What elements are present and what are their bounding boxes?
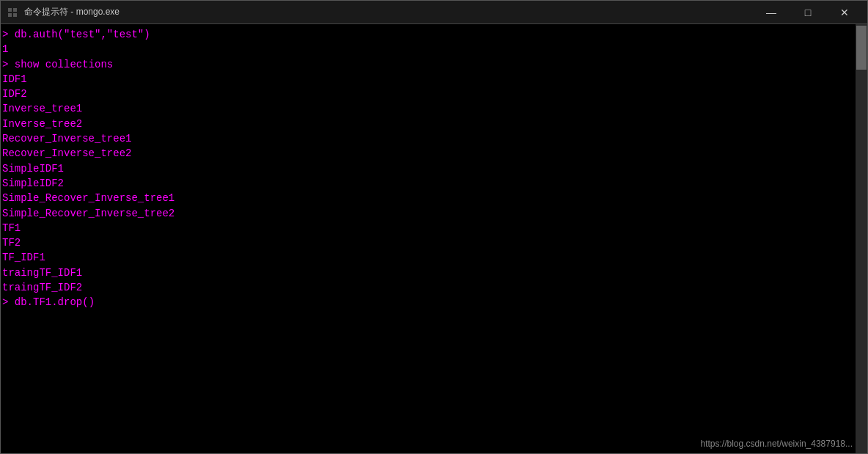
output-text: Simple_Recover_Inverse_tree1	[2, 191, 174, 205]
terminal-line: Simple_Recover_Inverse_tree2	[2, 206, 853, 221]
watermark: https://blog.csdn.net/weixin_4387918...	[701, 439, 853, 449]
maximize-button[interactable]: □	[791, 2, 825, 23]
output-text: Recover_Inverse_tree2	[2, 146, 131, 161]
terminal-line: TF1	[2, 221, 853, 235]
terminal-line: SimpleIDF2	[2, 176, 853, 191]
output-text: Simple_Recover_Inverse_tree2	[2, 206, 174, 221]
terminal-line: TF2	[2, 235, 853, 250]
terminal-line: traingTF_IDF2	[2, 280, 853, 295]
terminal-window: 命令提示符 - mongo.exe — □ ✕ > db.auth("test"…	[0, 0, 868, 454]
terminal-line: SimpleIDF1	[2, 161, 853, 176]
output-text: SimpleIDF2	[2, 176, 64, 191]
terminal-line: IDF2	[2, 87, 853, 101]
terminal-line: IDF1	[2, 72, 853, 87]
terminal-line: Inverse_tree1	[2, 101, 853, 116]
command-text: db.auth("test","test")	[15, 27, 150, 42]
prompt-symbol: >	[2, 27, 15, 42]
title-bar-left: 命令提示符 - mongo.exe	[7, 6, 119, 18]
terminal-line: TF_IDF1	[2, 250, 853, 265]
output-text: Inverse_tree1	[2, 101, 82, 116]
terminal-line: > show collections	[2, 57, 853, 72]
output-text: SimpleIDF1	[2, 161, 64, 176]
scrollbar-thumb[interactable]	[856, 26, 867, 70]
terminal-line: Simple_Recover_Inverse_tree1	[2, 191, 853, 205]
output-text: 1	[2, 42, 8, 56]
terminal-line: traingTF_IDF1	[2, 266, 853, 280]
output-text: Recover_Inverse_tree1	[2, 131, 131, 146]
output-text: Inverse_tree2	[2, 117, 82, 131]
svg-rect-1	[13, 8, 17, 12]
output-text: traingTF_IDF2	[2, 280, 82, 295]
output-text: IDF1	[2, 72, 27, 87]
title-bar: 命令提示符 - mongo.exe — □ ✕	[1, 1, 867, 24]
scrollbar[interactable]	[856, 24, 867, 453]
terminal-line: Recover_Inverse_tree2	[2, 146, 853, 161]
output-text: TF_IDF1	[2, 250, 45, 265]
terminal-line: > db.auth("test","test")	[2, 27, 853, 42]
svg-rect-2	[8, 13, 12, 17]
command-text: show collections	[15, 57, 113, 72]
output-text: IDF2	[2, 87, 27, 101]
svg-rect-3	[13, 13, 17, 17]
window-title: 命令提示符 - mongo.exe	[24, 6, 119, 18]
output-text: TF2	[2, 235, 21, 250]
terminal-line: 1	[2, 42, 853, 56]
output-text: traingTF_IDF1	[2, 266, 82, 280]
prompt-symbol: >	[2, 57, 15, 72]
window-controls: — □ ✕	[754, 2, 861, 23]
minimize-button[interactable]: —	[754, 2, 788, 23]
output-text: TF1	[2, 221, 21, 235]
terminal-line: > db.TF1.drop()	[2, 295, 853, 310]
terminal-content[interactable]: > db.auth("test","test")1> show collecti…	[1, 24, 856, 453]
close-button[interactable]: ✕	[828, 2, 861, 23]
terminal-line: Recover_Inverse_tree1	[2, 131, 853, 146]
prompt-symbol: >	[2, 295, 15, 310]
terminal-body[interactable]: > db.auth("test","test")1> show collecti…	[1, 24, 867, 453]
window-icon	[7, 7, 18, 18]
svg-rect-0	[8, 8, 12, 12]
command-text: db.TF1.drop()	[15, 295, 95, 310]
terminal-line: Inverse_tree2	[2, 117, 853, 131]
